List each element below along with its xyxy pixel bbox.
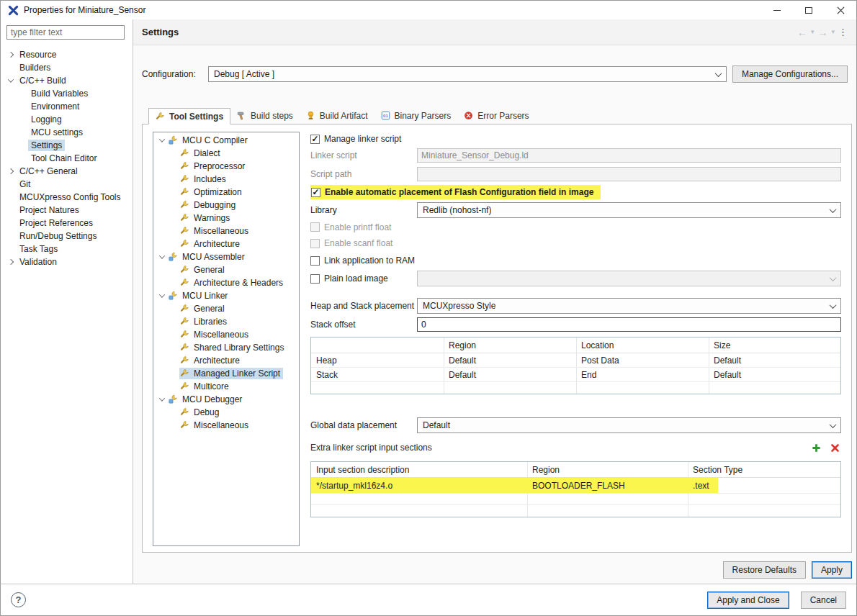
global-data-select[interactable]: Default xyxy=(417,417,841,433)
library-select[interactable]: Redlib (nohost-nf) xyxy=(417,202,841,218)
extra-section-row[interactable]: */startup_mkl16z4.oBOOTLOADER_FLASH.text xyxy=(311,478,840,494)
tab-build-artifact[interactable]: Build Artifact xyxy=(300,107,374,124)
wrench-icon xyxy=(180,213,191,223)
sidebar-item-label: Validation xyxy=(17,256,60,268)
tool-item-shared-library-settings[interactable]: Shared Library Settings xyxy=(153,341,299,354)
window-controls xyxy=(761,1,856,19)
sidebar-item-mcuxpresso-config-tools[interactable]: MCUXpresso Config Tools xyxy=(1,191,133,204)
filter-input[interactable] xyxy=(6,25,125,40)
tool-item-label: Miscellaneous xyxy=(194,420,248,430)
back-icon[interactable]: ← xyxy=(797,27,807,37)
link-ram-row: Link application to RAM xyxy=(310,252,841,269)
chevron-right-icon[interactable] xyxy=(5,260,17,264)
heap-table-header: RegionLocationSize xyxy=(311,338,840,353)
configuration-select[interactable]: Debug [ Active ] xyxy=(208,66,727,82)
tool-item-miscellaneous[interactable]: Miscellaneous xyxy=(153,419,299,432)
tool-item-includes[interactable]: Includes xyxy=(153,173,299,186)
help-button[interactable]: ? xyxy=(11,592,26,607)
tab-binary-parsers[interactable]: 01Binary Parsers xyxy=(374,107,458,124)
sidebar-item-settings[interactable]: Settings xyxy=(1,139,133,152)
tool-item-general[interactable]: General xyxy=(153,302,299,315)
forward-icon[interactable]: → xyxy=(817,27,827,37)
tool-item-architecture[interactable]: Architecture xyxy=(153,237,299,250)
heap-table-row[interactable]: StackDefaultEndDefault xyxy=(311,368,840,382)
heap-stack-table: RegionLocationSize HeapDefaultPost DataD… xyxy=(310,337,841,394)
sidebar-item-project-natures[interactable]: Project Natures xyxy=(1,204,133,217)
heap-table-row[interactable]: HeapDefaultPost DataDefault xyxy=(311,353,840,368)
apply-and-close-button[interactable]: Apply and Close xyxy=(707,592,789,609)
tool-item-label: Debug xyxy=(194,407,219,417)
sidebar-item-mcu-settings[interactable]: MCU settings xyxy=(1,126,133,139)
maximize-button[interactable] xyxy=(793,1,825,19)
tool-item-mcu-assembler[interactable]: MCU Assembler xyxy=(153,250,299,263)
cancel-button[interactable]: Cancel xyxy=(801,592,846,609)
chevron-down-icon[interactable] xyxy=(5,78,17,83)
manage-configurations-button[interactable]: Manage Configurations... xyxy=(732,65,848,83)
sidebar-item-validation[interactable]: Validation xyxy=(1,255,133,268)
sidebar-item-git[interactable]: Git xyxy=(1,178,133,191)
sidebar-item-environment[interactable]: Environment xyxy=(1,100,133,113)
tool-item-managed-linker-script[interactable]: Managed Linker Script xyxy=(153,367,299,380)
wrench-icon xyxy=(180,200,191,210)
forward-menu-icon[interactable]: ▾ xyxy=(831,29,835,35)
tool-item-architecture[interactable]: Architecture xyxy=(153,354,299,367)
flash-config-checkbox[interactable] xyxy=(311,188,320,197)
tool-item-optimization[interactable]: Optimization xyxy=(153,186,299,199)
sidebar-item-project-references[interactable]: Project References xyxy=(1,217,133,230)
linker-script-label: Linker script xyxy=(310,150,417,160)
manage-linker-script-checkbox[interactable] xyxy=(310,135,320,144)
tool-item-mcu-linker[interactable]: MCU Linker xyxy=(153,289,299,302)
minimize-button[interactable] xyxy=(761,1,793,19)
sidebar-item-task-tags[interactable]: Task Tags xyxy=(1,243,133,255)
restore-defaults-button[interactable]: Restore Defaults xyxy=(723,561,806,579)
tool-item-label: Architecture xyxy=(194,239,240,249)
tool-item-label: Debugging xyxy=(194,200,235,210)
tab-build-steps[interactable]: Build steps xyxy=(230,107,300,124)
extra-empty-row[interactable] xyxy=(311,494,840,505)
close-button[interactable] xyxy=(825,1,856,19)
chevron-right-icon[interactable] xyxy=(5,169,17,173)
tool-item-mcu-c-compiler[interactable]: MCU C Compiler xyxy=(153,134,299,147)
sidebar-item-build-variables[interactable]: Build Variables xyxy=(1,87,133,100)
sidebar-item-run-debug-settings[interactable]: Run/Debug Settings xyxy=(1,230,133,243)
stack-offset-input[interactable] xyxy=(417,317,841,332)
remove-icon[interactable] xyxy=(828,442,841,453)
sidebar-item-c-c-build[interactable]: C/C++ Build xyxy=(1,74,133,87)
tool-item-multicore[interactable]: Multicore xyxy=(153,380,299,393)
view-menu-icon[interactable]: ⋮ xyxy=(838,27,848,37)
tab-tool-settings[interactable]: Tool Settings xyxy=(148,108,230,124)
chevron-down-icon[interactable] xyxy=(156,138,168,142)
tool-item-debugging[interactable]: Debugging xyxy=(153,199,299,212)
back-menu-icon[interactable]: ▾ xyxy=(811,29,815,35)
tool-item-preprocessor[interactable]: Preprocessor xyxy=(153,160,299,173)
tool-item-miscellaneous[interactable]: Miscellaneous xyxy=(153,225,299,237)
tool-item-libraries[interactable]: Libraries xyxy=(153,315,299,328)
plain-load-checkbox[interactable] xyxy=(310,274,320,284)
chevron-down-icon[interactable] xyxy=(156,294,168,298)
chevron-down-icon[interactable] xyxy=(156,397,168,402)
heap-cell-location: End xyxy=(576,370,709,380)
tab-error-parsers[interactable]: Error Parsers xyxy=(457,107,535,124)
sidebar-item-logging[interactable]: Logging xyxy=(1,113,133,126)
sidebar-item-resource[interactable]: Resource xyxy=(1,48,133,61)
sidebar-item-builders[interactable]: Builders xyxy=(1,61,133,74)
add-icon[interactable] xyxy=(809,442,822,453)
chevron-right-icon[interactable] xyxy=(5,53,17,57)
sidebar-item-tool-chain-editor[interactable]: Tool Chain Editor xyxy=(1,152,133,165)
extra-empty-row[interactable] xyxy=(311,505,840,514)
printf-float-checkbox xyxy=(310,222,320,232)
chevron-down-icon xyxy=(830,206,837,213)
tool-item-dialect[interactable]: Dialect xyxy=(153,147,299,160)
link-ram-checkbox[interactable] xyxy=(310,256,320,266)
tool-item-mcu-debugger[interactable]: MCU Debugger xyxy=(153,393,299,406)
library-label: Library xyxy=(310,205,417,215)
tool-item-warnings[interactable]: Warnings xyxy=(153,212,299,225)
chevron-down-icon[interactable] xyxy=(156,255,168,259)
tool-item-miscellaneous[interactable]: Miscellaneous xyxy=(153,328,299,341)
tool-item-architecture-headers[interactable]: Architecture & Headers xyxy=(153,276,299,289)
tool-item-general[interactable]: General xyxy=(153,263,299,276)
apply-button[interactable]: Apply xyxy=(812,561,852,579)
heap-stack-select[interactable]: MCUXpresso Style xyxy=(417,298,841,314)
sidebar-item-c-c-general[interactable]: C/C++ General xyxy=(1,165,133,178)
tool-item-debug[interactable]: Debug xyxy=(153,406,299,419)
